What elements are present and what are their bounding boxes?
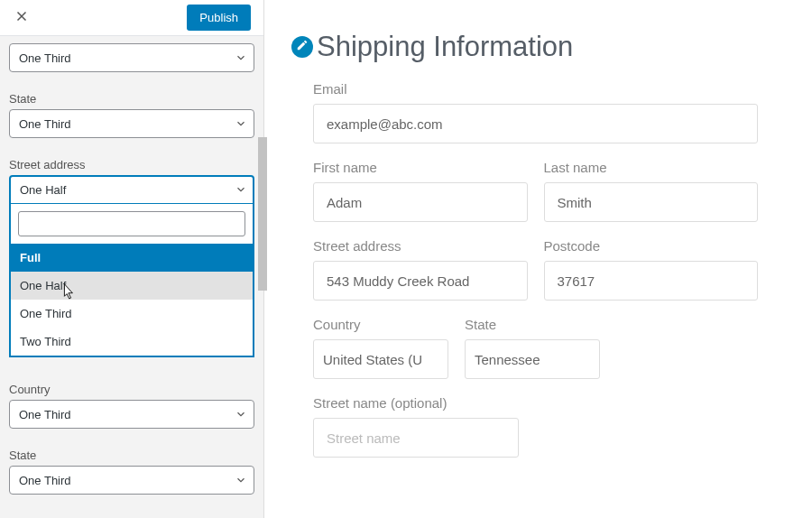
close-icon — [14, 8, 30, 27]
email-label: Email — [313, 81, 758, 97]
heading-row: Shipping Information — [291, 31, 758, 63]
dropdown-option-half[interactable]: One Half — [11, 272, 253, 300]
form-area: Email example@abc.com First name Adam La… — [313, 81, 758, 458]
country-width-label: Country — [9, 383, 254, 396]
row-streetname: Street name (optional) — [313, 395, 758, 458]
street-field: Street address 543 Muddy Creek Road — [313, 238, 528, 301]
width-field-0 — [9, 43, 254, 72]
street-width-select[interactable]: Full One Half One Third Two Third — [9, 175, 254, 204]
country-value[interactable]: United States (U — [313, 339, 448, 379]
dropdown-option-third[interactable]: One Third — [11, 300, 253, 328]
country-width-input[interactable] — [9, 400, 254, 429]
street-width-input[interactable] — [9, 175, 254, 204]
lastname-field: Last name Smith — [544, 160, 759, 222]
email-field: Email example@abc.com — [313, 81, 758, 143]
edit-badge[interactable] — [291, 36, 313, 58]
state-label: State — [465, 317, 600, 332]
form-title: Shipping Information — [317, 31, 573, 63]
dropdown-search-input[interactable] — [18, 211, 245, 236]
close-sidebar-button[interactable] — [5, 2, 38, 34]
firstname-field: First name Adam — [313, 160, 528, 222]
row-address: Street address 543 Muddy Creek Road Post… — [313, 238, 758, 301]
state-width-label: State — [9, 92, 254, 106]
dropdown-option-twothird[interactable]: Two Third — [11, 328, 253, 356]
postcode-label: Postcode — [544, 238, 759, 254]
lastname-value[interactable]: Smith — [544, 182, 759, 222]
state-value[interactable]: Tennessee — [465, 339, 600, 379]
state-field: State Tennessee — [465, 317, 600, 379]
dropdown-search-wrap — [11, 204, 253, 244]
state-width-input[interactable] — [9, 109, 254, 138]
state-width-field: State — [9, 92, 254, 138]
state2-width-field: State — [9, 449, 254, 495]
state2-width-select[interactable] — [9, 466, 254, 495]
postcode-field: Postcode 37617 — [544, 238, 759, 301]
sidebar-scrollbar-thumb[interactable] — [258, 137, 267, 291]
street-width-field: Street address Full One Half One Third T… — [9, 158, 254, 204]
state-width-select[interactable] — [9, 109, 254, 138]
firstname-value[interactable]: Adam — [313, 182, 528, 222]
country-label: Country — [313, 317, 448, 332]
state2-width-input[interactable] — [9, 466, 254, 495]
street-width-label: Street address — [9, 158, 254, 171]
streetname-label: Street name (optional) — [313, 395, 519, 411]
lastname-label: Last name — [544, 160, 759, 175]
postcode-value[interactable]: 37617 — [544, 261, 759, 301]
row-name: First name Adam Last name Smith — [313, 160, 758, 222]
country-width-field: Country — [9, 383, 254, 429]
dropdown-options-list: Full One Half One Third Two Third — [11, 244, 253, 356]
state2-width-label: State — [9, 449, 254, 462]
row-email: Email example@abc.com — [313, 81, 758, 143]
width-select-0[interactable] — [9, 43, 254, 72]
country-width-select[interactable] — [9, 400, 254, 429]
email-value[interactable]: example@abc.com — [313, 104, 758, 143]
settings-sidebar: Publish State Street address — [0, 0, 264, 518]
width-select-0-input[interactable] — [9, 43, 254, 72]
street-value[interactable]: 543 Muddy Creek Road — [313, 261, 528, 301]
streetname-field: Street name (optional) — [313, 395, 519, 458]
pencil-icon — [296, 39, 309, 55]
sidebar-body: State Street address Full One Half — [0, 36, 263, 518]
street-label: Street address — [313, 238, 528, 254]
streetname-input[interactable] — [313, 418, 519, 458]
form-preview: Shipping Information Email example@abc.c… — [264, 0, 812, 518]
row-region: Country United States (U State Tennessee — [313, 317, 758, 379]
publish-button[interactable]: Publish — [187, 5, 251, 31]
sidebar-header: Publish — [0, 0, 263, 36]
country-field: Country United States (U — [313, 317, 448, 379]
firstname-label: First name — [313, 160, 528, 175]
dropdown-option-full[interactable]: Full — [11, 244, 253, 272]
width-dropdown-panel: Full One Half One Third Two Third — [9, 204, 254, 357]
